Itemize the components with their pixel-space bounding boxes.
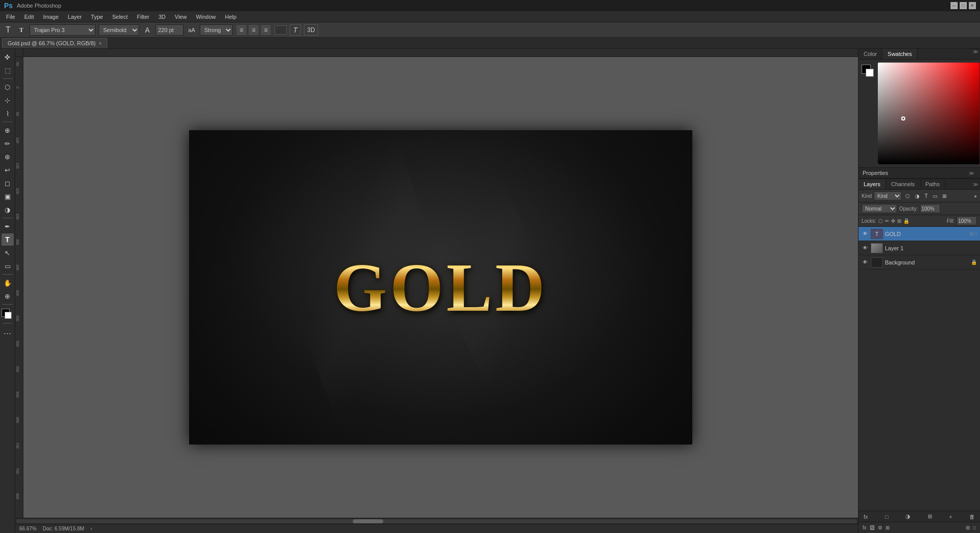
tool-lasso[interactable]: ⬡ [2, 81, 14, 93]
layer-fx-gold[interactable]: fx › [970, 231, 977, 236]
lock-position-btn[interactable]: ✜ [891, 218, 895, 224]
add-mask-btn[interactable]: □ [883, 513, 891, 520]
menu-select[interactable]: Select [108, 13, 132, 21]
blend-mode-select[interactable]: Normal [862, 204, 897, 213]
layer-item-background[interactable]: 👁 Background 🔒 [859, 255, 980, 270]
font-style-select[interactable]: Semibold [99, 24, 139, 36]
layer-visibility-background[interactable]: 👁 [862, 259, 869, 266]
bottom-right-btn2[interactable]: □ [973, 525, 976, 530]
tool-artboard[interactable]: ⬚ [2, 64, 14, 76]
minimize-button[interactable]: ─ [951, 2, 958, 9]
tool-type[interactable]: T [2, 233, 14, 246]
tool-hand[interactable]: ✋ [2, 277, 14, 289]
font-size-input[interactable] [156, 24, 183, 36]
swatches-tab[interactable]: Swatches [882, 49, 917, 59]
filter-shape-btn[interactable]: ▭ [931, 193, 939, 199]
tool-healing[interactable]: ⊕ [2, 124, 14, 136]
menu-file[interactable]: File [2, 13, 19, 21]
filter-adjustment-btn[interactable]: ◑ [913, 193, 921, 199]
tool-eyedropper[interactable]: ⌇ [2, 107, 14, 120]
align-center-btn[interactable]: ≡ [248, 24, 259, 36]
tool-gradient[interactable]: ▣ [2, 190, 14, 202]
menu-filter[interactable]: Filter [133, 13, 153, 21]
menu-image[interactable]: Image [39, 13, 63, 21]
doc-tab[interactable]: Gold.psd @ 66.7% (GOLD, RGB/8) × [2, 38, 107, 48]
font-family-select[interactable]: Trajan Pro 3 [29, 24, 96, 36]
tool-path-select[interactable]: ↖ [2, 247, 14, 259]
menu-type[interactable]: Type [87, 13, 107, 21]
channels-tab[interactable]: Channels [886, 179, 920, 189]
layers-tab[interactable]: Layers [859, 179, 886, 189]
text-orientation-icon[interactable]: 𝐓 [16, 25, 26, 35]
filter-smartobj-btn[interactable]: ⊞ [941, 193, 948, 199]
align-right-btn[interactable]: ≡ [260, 24, 271, 36]
menu-layer[interactable]: Layer [64, 13, 86, 21]
menu-3d[interactable]: 3D [155, 13, 170, 21]
opacity-input[interactable] [920, 204, 940, 213]
foreground-background-colors[interactable] [2, 309, 14, 321]
color-tab[interactable]: Color [859, 49, 882, 59]
bottom-gear-btn[interactable]: ⚙ [878, 525, 882, 530]
menu-edit[interactable]: Edit [20, 13, 38, 21]
anti-alias-select[interactable]: Strong [200, 24, 233, 36]
bottom-right-btn1[interactable]: ⊞ [966, 525, 970, 530]
bg-swatch[interactable] [866, 69, 874, 77]
tool-crop[interactable]: ⊹ [2, 94, 14, 106]
ruler-horizontal: // Ruler marks will be drawn via JS belo… [23, 49, 858, 57]
fill-input[interactable] [957, 216, 977, 225]
layer-item-layer1[interactable]: 👁 Layer 1 [859, 241, 980, 255]
kind-filter-select[interactable]: Kind [874, 191, 902, 200]
lock-transparent-btn[interactable]: ⬡ [878, 218, 883, 224]
bottom-grid-btn[interactable]: ⊞ [885, 525, 890, 530]
add-fx-btn[interactable]: fx [862, 513, 870, 520]
lock-artboard-btn[interactable]: ⊞ [897, 218, 901, 224]
lock-all-btn[interactable]: 🔒 [903, 218, 909, 224]
delete-layer-btn[interactable]: 🗑 [967, 513, 977, 520]
horizontal-scrollbar[interactable] [15, 518, 858, 524]
tool-more[interactable]: … [2, 325, 14, 338]
doc-tab-close-btn[interactable]: × [99, 41, 102, 46]
new-layer-btn[interactable]: + [947, 513, 954, 520]
adjustment-btn[interactable]: ◑ [903, 513, 912, 520]
text-color-swatch[interactable] [274, 25, 287, 35]
canvas-work-area[interactable]: GOLD [23, 57, 858, 518]
status-arrow[interactable]: › [90, 526, 92, 531]
bottom-img-btn[interactable]: 🖼 [870, 525, 875, 530]
background-color-swatch[interactable] [5, 312, 12, 319]
filter-type-btn[interactable]: T [923, 193, 929, 199]
color-panel-collapse[interactable]: ≫ [971, 49, 980, 59]
fg-bg-swatches[interactable] [862, 65, 876, 79]
filter-pixel-btn[interactable]: ⬡ [904, 193, 911, 199]
bottom-fx-btn[interactable]: fx [863, 525, 867, 530]
paths-tab[interactable]: Paths [921, 179, 945, 189]
align-left-btn[interactable]: ≡ [236, 24, 247, 36]
tool-clone-stamp[interactable]: ⊛ [2, 151, 14, 163]
tool-history-brush[interactable]: ↩ [2, 164, 14, 176]
scrollbar-track[interactable] [16, 519, 857, 523]
tool-preset-picker[interactable]: T [3, 25, 13, 35]
new-group-btn[interactable]: ⊞ [926, 513, 934, 520]
tool-eraser[interactable]: ◻ [2, 177, 14, 189]
tool-shape[interactable]: ▭ [2, 260, 14, 272]
tool-move[interactable]: ✜ [2, 51, 14, 63]
menu-window[interactable]: Window [192, 13, 220, 21]
spectrum-cursor[interactable] [901, 116, 905, 121]
menu-help[interactable]: Help [221, 13, 241, 21]
tool-brush[interactable]: ✏ [2, 137, 14, 150]
3d-toggle-icon[interactable]: 3D [304, 24, 318, 36]
layer-visibility-gold[interactable]: 👁 [862, 230, 869, 238]
layer-item-gold[interactable]: 👁 T GOLD fx › [859, 227, 980, 241]
warp-text-icon[interactable]: T [290, 24, 301, 36]
close-button[interactable]: ✕ [969, 2, 976, 9]
maximize-button[interactable]: □ [960, 2, 967, 9]
scrollbar-thumb[interactable] [353, 519, 383, 523]
tool-zoom[interactable]: ⊕ [2, 290, 14, 302]
menu-view[interactable]: View [171, 13, 191, 21]
layer-visibility-layer1[interactable]: 👁 [862, 245, 869, 252]
layers-panel-collapse[interactable]: ≫ [971, 182, 980, 187]
color-spectrum-area[interactable] [878, 63, 979, 164]
tool-dodge[interactable]: ◑ [2, 203, 14, 216]
lock-image-btn[interactable]: ✏ [885, 218, 889, 224]
properties-panel-collapse[interactable]: ≫ [967, 170, 976, 176]
tool-pen[interactable]: ✒ [2, 220, 14, 232]
